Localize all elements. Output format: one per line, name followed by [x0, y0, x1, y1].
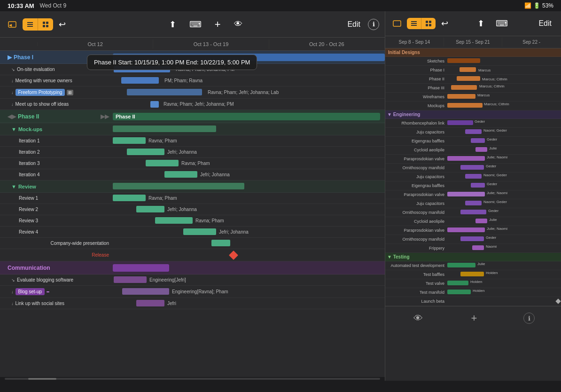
eigengrau2-label: Eigengrau baffles — [385, 183, 446, 188]
review-label: ▼ Review — [0, 183, 113, 190]
phase-i-collapse[interactable]: ▶ — [8, 54, 12, 61]
edit-button[interactable]: Edit — [343, 18, 364, 31]
wifi-icon: 📶 — [524, 2, 531, 9]
initial-designs-label: Initial Designs — [385, 50, 446, 55]
wireframes-label: Wireframes — [385, 94, 446, 99]
view-toggle[interactable] — [23, 18, 53, 31]
info-button[interactable]: ℹ — [368, 19, 379, 30]
juju1-label: Juju capacitors — [385, 130, 446, 134]
communication-row[interactable]: Communication — [0, 261, 385, 274]
blogging-label: ↘ Evaluate blogging software — [0, 276, 113, 283]
right-terminal-button[interactable]: ⌨ — [494, 16, 510, 31]
share-button[interactable]: ⬆ — [167, 17, 178, 31]
right-date-sep8: Sep 8 - Sep 14 — [385, 38, 444, 47]
cycloid2-row: Cycloid aeolipile Julie — [385, 217, 561, 226]
date-oct12: Oct 12 — [38, 39, 153, 49]
ornith3-label: Ornithoscopy manifold — [385, 237, 446, 242]
list-view-button[interactable] — [23, 18, 38, 31]
phase-i-right-row: Phase I Marcus — [385, 66, 561, 75]
blogsetup-row: ↓ Blog set-up Engineering[Ravna]; Pham — [0, 286, 385, 298]
paraprос3-row: Paraprosdokian valve Julie; Naomi — [385, 226, 561, 235]
right-grid-view[interactable] — [421, 18, 436, 29]
right-info-icon[interactable]: ℹ — [523, 313, 535, 324]
ornith1-label: Ornithoscopy manifold — [385, 165, 446, 170]
eigengrau2-row: Eigengrau baffles Geder — [385, 181, 561, 190]
right-share-button[interactable]: ⬆ — [475, 16, 486, 31]
terminal-button[interactable]: ⌨ — [187, 17, 203, 31]
meetup-row: ↓ Meet up to show off ideas Ravna; Pham;… — [0, 99, 385, 110]
review-header-row[interactable]: ▼ Review — [0, 180, 385, 193]
scrollbar-container[interactable] — [0, 377, 385, 381]
ornith2-row: Ornithoscopy manifold Geder — [385, 208, 561, 217]
testvalve-row: Test valve Holden — [385, 279, 561, 288]
date-header-row: Oct 12 Oct 13 - Oct 19 Oct 20 - Oct 26 — [0, 38, 385, 51]
phase-ii-row[interactable]: ◀▶ Phase II ▶▶ Phase II — [0, 110, 385, 123]
svg-rect-14 — [429, 21, 431, 23]
presentation-row: Company-wide presentation — [0, 238, 385, 249]
iter4-label: Iteration 4 — [0, 171, 113, 178]
paraprос2-row: Paraprosdokian valve Julie; Naomi — [385, 190, 561, 199]
right-add-icon[interactable]: + — [469, 310, 479, 326]
autotest-label: Automated test development — [385, 263, 446, 268]
right-back-button[interactable] — [391, 17, 403, 30]
phase-iii-right-label: Phase III — [385, 86, 446, 90]
iter4-row: Iteration 4 Jefri; Johanna — [0, 169, 385, 180]
battery-percent: 53% — [542, 2, 553, 9]
cycloid1-label: Cycloid aeolipile — [385, 148, 446, 152]
testing-header: ▼ Testing — [385, 253, 561, 261]
meeting-row: ↓ Meeting with venue owners PM; Pham; Ra… — [0, 75, 385, 86]
gantt-view-button[interactable] — [38, 18, 53, 31]
right-undo-button[interactable]: ↩ — [439, 16, 450, 31]
undo-button[interactable]: ↩ — [57, 17, 68, 31]
phase-iii-right-row: Phase III Marcus; Cithrin — [385, 84, 561, 93]
review4-row: Review 4 Jefri; Johanna — [0, 227, 385, 238]
launchbeta-label: Launch beta — [385, 299, 446, 304]
right-list-view[interactable] — [407, 18, 421, 29]
initial-designs-header: Initial Designs — [385, 48, 561, 57]
review1-label: Review 1 — [0, 195, 113, 202]
battery-icon: 🔋 — [533, 2, 540, 9]
freeform-row: ↓ Freeform Prototyping ⊞ Ravna; Pham; Je… — [0, 86, 385, 99]
svg-rect-16 — [429, 24, 431, 26]
add-button[interactable]: + — [213, 16, 223, 32]
ornith2-label: Ornithoscopy manifold — [385, 210, 446, 215]
right-view-icon[interactable]: 👁 — [412, 311, 425, 326]
juju1-row: Juju capacitors Naomi; Geder — [385, 128, 561, 137]
mockups-header-row[interactable]: ▼ Mock-ups — [0, 123, 385, 135]
right-gantt-area: Initial Designs Sketches Phase I Marcus — [385, 48, 561, 381]
ornith1-row: Ornithoscopy manifold Geder — [385, 164, 561, 172]
right-edit-button[interactable]: Edit — [535, 17, 555, 30]
svg-rect-12 — [411, 25, 417, 26]
svg-rect-3 — [27, 24, 33, 25]
back-button[interactable]: ◀ — [6, 18, 19, 31]
juju2-row: Juju capacitors Naomi; Geder — [385, 172, 561, 181]
meeting-label: ↓ Meeting with venue owners — [0, 77, 113, 84]
freeform-label: ↓ Freeform Prototyping ⊞ — [0, 88, 113, 97]
date-oct13-19: Oct 13 - Oct 19 — [153, 39, 269, 49]
engineering-label: ▼ Engineering — [385, 112, 446, 117]
frippery-label: Frippery — [385, 246, 446, 251]
phase-ii-right-row: Phase II Marcus; Cithrin — [385, 75, 561, 84]
view-button[interactable]: 👁 — [232, 17, 244, 31]
status-date: Wed Oct 9 — [40, 2, 66, 9]
eigengrau1-row: Eigengrau baffles Geder — [385, 137, 561, 146]
cycloid1-row: Cycloid aeolipile Julie — [385, 146, 561, 155]
paraprос1-label: Paraprosdokian valve — [385, 157, 446, 161]
cycloid2-label: Cycloid aeolipile — [385, 219, 446, 224]
social-row: ↓ Link up with social sites Jefri — [0, 298, 385, 309]
presentation-label: Company-wide presentation — [0, 240, 113, 247]
review3-row: Review 3 Ravna; Pham — [0, 215, 385, 227]
testbaffles-label: Test baffles — [385, 272, 446, 277]
sketches-row: Sketches — [385, 57, 561, 66]
testmanifold-row: Test manifold Holden — [385, 288, 561, 297]
svg-rect-11 — [411, 23, 417, 24]
rhomben-label: Rhombencephalon link — [385, 121, 446, 125]
testing-label: ▼ Testing — [385, 254, 446, 259]
meetup-label: ↓ Meet up to show off ideas — [0, 101, 113, 108]
right-view-toggle[interactable] — [407, 18, 436, 29]
release-label: Release — [0, 251, 113, 259]
iter1-label: Iteration 1 — [0, 137, 113, 144]
paraprос3-label: Paraprosdokian valve — [385, 228, 446, 233]
launchbeta-row: Launch beta — [385, 297, 561, 306]
svg-rect-7 — [43, 25, 45, 27]
